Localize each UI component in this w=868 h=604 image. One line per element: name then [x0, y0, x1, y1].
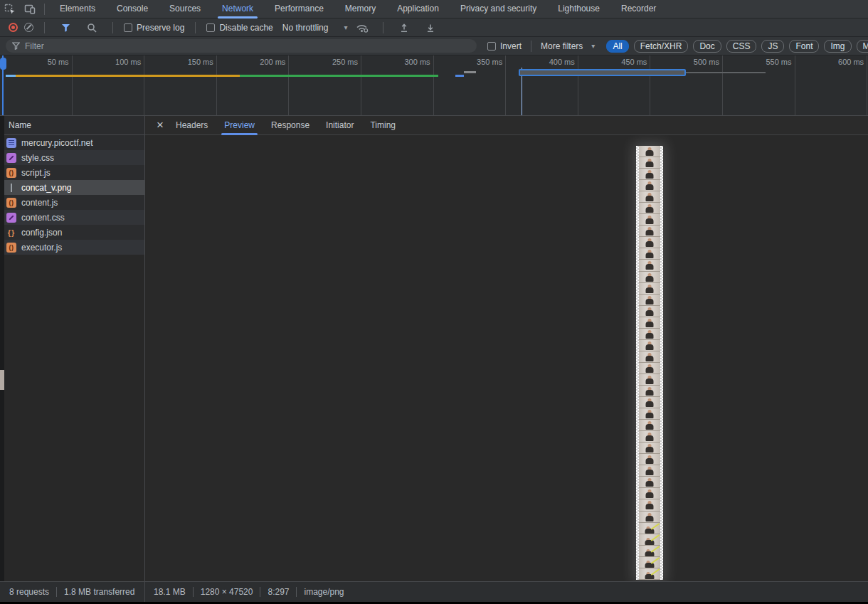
close-icon[interactable]: ×: [154, 120, 166, 131]
timeline-tick-label: 600 ms: [838, 58, 864, 66]
throttling-select[interactable]: No throttling ▾: [282, 23, 348, 33]
filter-toggle-icon[interactable]: [60, 22, 71, 33]
timeline-tick-label: 500 ms: [694, 58, 719, 66]
filter-pill-css[interactable]: CSS: [726, 40, 757, 53]
request-name: style.css: [21, 153, 54, 163]
figure-torso: [646, 230, 654, 235]
details-tab-bar: × HeadersPreviewResponseInitiatorTiming: [145, 116, 868, 135]
timeline-tick-label: 350 ms: [477, 58, 502, 66]
request-name: content.css: [21, 213, 65, 223]
request-name: executor.js: [21, 243, 62, 253]
js-file-icon: [6, 198, 16, 208]
figure-torso: [646, 287, 654, 293]
chevron-down-icon: ▾: [344, 23, 347, 31]
disable-cache-control[interactable]: Disable cache: [206, 23, 272, 33]
tab-recorder[interactable]: Recorder: [610, 0, 667, 18]
status-item-8-297: 8:297: [268, 587, 289, 597]
film-frame: [639, 488, 660, 499]
status-item-1280-47520: 1280 × 47520: [201, 587, 253, 597]
request-row-script-js[interactable]: script.js: [0, 165, 144, 180]
figure-torso: [646, 447, 654, 452]
status-divider: [260, 587, 260, 597]
tab-elements[interactable]: Elements: [49, 0, 106, 18]
filter-pill-doc[interactable]: Doc: [693, 40, 721, 53]
js-file-icon: [6, 243, 16, 253]
filter-pill-font[interactable]: Font: [789, 40, 819, 53]
overview-left-handle[interactable]: [0, 58, 6, 70]
disable-cache-checkbox[interactable]: [206, 23, 215, 32]
filter-pill-fetch-xhr[interactable]: Fetch/XHR: [634, 40, 689, 53]
request-row-content-css[interactable]: content.css: [0, 210, 144, 225]
transparency-checkerboard: [660, 146, 663, 580]
status-divider: [193, 587, 194, 597]
timeline-gridline: 300 ms: [361, 55, 434, 115]
invert-checkbox[interactable]: [487, 42, 496, 51]
details-tab-response[interactable]: Response: [271, 116, 309, 135]
details-tab-headers[interactable]: Headers: [176, 116, 208, 135]
waterfall-segment-gray: [464, 71, 476, 73]
more-filters-button[interactable]: More filters ▾: [541, 41, 595, 51]
figure-torso: [646, 310, 654, 316]
request-row-style-css[interactable]: style.css: [0, 150, 144, 165]
timeline-gridline: 600 ms: [795, 55, 868, 115]
tab-privacy-and-security[interactable]: Privacy and security: [450, 0, 547, 18]
tab-network[interactable]: Network: [211, 0, 264, 18]
details-tab-timing[interactable]: Timing: [370, 116, 396, 135]
timeline-tick-label: 450 ms: [621, 58, 647, 66]
request-name: content.js: [21, 198, 58, 208]
film-frame: [639, 374, 660, 386]
toolbar-divider: [195, 22, 196, 33]
name-column-header[interactable]: Name: [0, 116, 144, 135]
preserve-log-checkbox[interactable]: [124, 23, 132, 32]
filter-input[interactable]: [6, 39, 477, 53]
request-row-mercury-picoctf-net[interactable]: mercury.picoctf.net: [0, 135, 144, 150]
image-status-summary: 18.1 MB1280 × 475208:297image/png: [145, 582, 344, 602]
js-file-icon: [6, 168, 16, 178]
import-har-icon[interactable]: [398, 22, 410, 33]
figure-torso: [646, 435, 654, 441]
waterfall-segment-queueing: [6, 75, 16, 77]
request-row-executor-js[interactable]: executor.js: [0, 240, 144, 255]
network-conditions-icon[interactable]: [356, 22, 368, 33]
device-toolbar-icon[interactable]: [24, 4, 36, 15]
invert-control[interactable]: Invert: [487, 41, 522, 51]
request-row-content-js[interactable]: content.js: [0, 195, 144, 210]
css-file-icon: [6, 153, 16, 163]
tab-sources[interactable]: Sources: [159, 0, 211, 18]
tab-console[interactable]: Console: [106, 0, 159, 18]
export-har-icon[interactable]: [425, 22, 436, 33]
clear-network-log-icon[interactable]: [24, 23, 33, 32]
inspect-element-icon[interactable]: [4, 4, 16, 15]
request-row-config-json[interactable]: config.json: [0, 225, 144, 240]
preserve-log-label: Preserve log: [137, 23, 184, 33]
details-tab-initiator[interactable]: Initiator: [326, 116, 354, 135]
timeline-gridline: 500 ms: [650, 55, 723, 115]
film-frame: [639, 169, 660, 180]
filter-pill-js[interactable]: JS: [761, 40, 784, 53]
network-toolbar: Preserve log Disable cache No throttling…: [0, 18, 868, 37]
request-row-concat-v-png[interactable]: concat_v.png: [0, 180, 144, 195]
status-item-1-8-mb-transferred: 1.8 MB transferred: [64, 587, 134, 597]
timeline-gridline: 250 ms: [289, 55, 361, 115]
network-overview-timeline[interactable]: 50 ms100 ms150 ms200 ms250 ms300 ms350 m…: [0, 55, 868, 116]
disable-cache-label: Disable cache: [219, 23, 272, 33]
filter-pill-img[interactable]: Img: [824, 40, 851, 53]
film-frames: [639, 146, 660, 580]
tab-performance[interactable]: Performance: [264, 0, 334, 18]
preserve-log-control[interactable]: Preserve log: [124, 23, 184, 33]
request-name: mercury.picoctf.net: [21, 138, 92, 148]
toolbar-divider: [112, 22, 113, 33]
details-tab-preview[interactable]: Preview: [224, 116, 255, 135]
request-name: script.js: [21, 168, 51, 178]
tab-lighthouse[interactable]: Lighthouse: [547, 0, 610, 18]
tab-application[interactable]: Application: [386, 0, 450, 18]
invert-label: Invert: [500, 41, 522, 51]
search-icon[interactable]: [86, 22, 97, 33]
figure-torso: [645, 563, 655, 568]
more-filters-label: More filters: [541, 41, 583, 51]
filter-pill-media[interactable]: Media: [857, 40, 868, 53]
tab-memory[interactable]: Memory: [334, 0, 386, 18]
network-filter-bar: Invert More filters ▾ AllFetch/XHRDocCSS…: [0, 37, 868, 55]
filter-pill-all[interactable]: All: [606, 40, 628, 53]
record-network-log-icon[interactable]: [9, 23, 18, 32]
